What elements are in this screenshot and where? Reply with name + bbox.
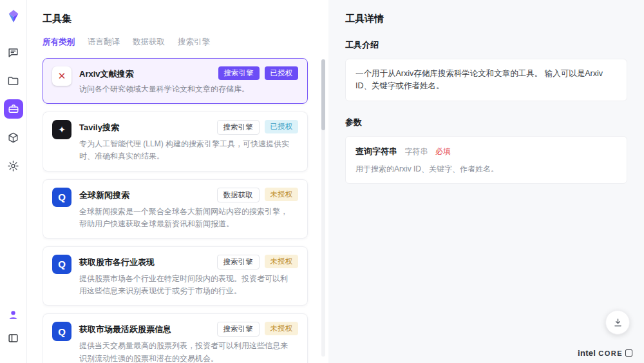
tool-card-global-news[interactable]: Q 全球新闻搜索 数据获取 未授权 全球新闻搜索是一个聚合全球各大新闻网站内容的…	[43, 179, 308, 239]
tavily-icon-glyph: ✦	[58, 124, 66, 135]
category-tabs: 所有类别 语言翻译 数据获取 搜索引擎	[43, 37, 312, 48]
list-scrollbar-thumb[interactable]	[321, 59, 325, 130]
settings-gear-icon[interactable]	[4, 156, 23, 175]
param-desc: 用于搜索的Arxiv ID、关键字、作者姓名。	[355, 163, 617, 175]
tool-desc: 专为人工智能代理 (LLM) 构建的搜索引擎工具，可快速提供实时、准确和真实的结…	[79, 138, 292, 162]
category-badge: 搜索引擎	[217, 255, 260, 270]
category-badge: 数据获取	[217, 188, 260, 202]
tool-top: 获取市场最活跃股票信息 搜索引擎 未授权	[79, 322, 298, 337]
chat-icon[interactable]	[4, 43, 23, 62]
tool-card-arxiv[interactable]: ✕ Arxiv文献搜索 搜索引擎 已授权 访问各个研究领域大量科学论文和文章的存…	[43, 58, 308, 104]
tool-card-active-stocks[interactable]: Q 获取市场最活跃股票信息 搜索引擎 未授权 提供当天交易量最高的股票列表，投资…	[43, 313, 308, 363]
download-button[interactable]	[605, 310, 630, 335]
param-name: 查询字符串	[355, 146, 397, 156]
tool-body: 全球新闻搜索 数据获取 未授权 全球新闻搜索是一个聚合全球各大新闻网站内容的搜索…	[79, 188, 298, 230]
tool-detail-panel: 工具详情 工具介绍 一个用于从Arxiv存储库搜索科学论文和文章的工具。 输入可…	[328, 0, 644, 363]
tool-card-tavily[interactable]: ✦ Tavily搜索 搜索引擎 已授权 专为人工智能代理 (LLM) 构建的搜索…	[43, 112, 308, 171]
tool-list: ✕ Arxiv文献搜索 搜索引擎 已授权 访问各个研究领域大量科学论文和文章的存…	[43, 57, 312, 363]
tool-name: Tavily搜索	[79, 120, 212, 133]
auth-badge[interactable]: 已授权	[265, 120, 299, 133]
intel-wordmark: intel	[578, 348, 596, 358]
tool-desc: 全球新闻搜索是一个聚合全球各大新闻网站内容的搜索引擎，帮助用户快速获取全球最新资…	[79, 206, 292, 230]
news-icon-glyph: Q	[58, 326, 66, 337]
folder-icon[interactable]	[4, 71, 23, 90]
param-required-flag: 必填	[435, 147, 451, 156]
tool-desc: 提供股票市场各个行业在特定时间段内的表现。投资者可以利用这些信息来识别表现优于或…	[79, 273, 292, 297]
arxiv-icon: ✕	[52, 66, 71, 86]
params-section-title: 参数	[345, 117, 627, 128]
news-q-icon: Q	[52, 188, 71, 207]
auth-badge[interactable]: 已授权	[265, 66, 299, 80]
tab-all-categories[interactable]: 所有类别	[43, 37, 75, 48]
news-icon-glyph: Q	[58, 191, 66, 202]
panel-title: 工具集	[43, 13, 312, 25]
user-icon[interactable]	[4, 305, 23, 324]
auth-badge[interactable]: 未授权	[265, 255, 299, 268]
news-icon-glyph: Q	[58, 259, 66, 270]
intel-core-logo: intel CORE	[578, 348, 632, 358]
auth-badge[interactable]: 未授权	[265, 188, 299, 201]
intro-text: 一个用于从Arxiv存储库搜索科学论文和文章的工具。 输入可以是Arxiv ID…	[355, 69, 603, 90]
tavily-spark-icon: ✦	[52, 120, 71, 139]
detail-title: 工具详情	[345, 13, 627, 25]
arxiv-icon-glyph: ✕	[58, 70, 66, 82]
tool-desc: 访问各个研究领域大量科学论文和文章的存储库。	[79, 83, 292, 95]
left-rail	[0, 0, 27, 363]
tool-list-panel: 工具集 所有类别 语言翻译 数据获取 搜索引擎 ✕ Arxiv文献搜索 搜索引擎…	[27, 0, 328, 363]
tool-name: 获取股市各行业表现	[79, 255, 212, 268]
intro-section-title: 工具介绍	[345, 39, 627, 51]
tool-card-sector-performance[interactable]: Q 获取股市各行业表现 搜索引擎 未授权 提供股票市场各个行业在特定时间段内的表…	[43, 246, 308, 306]
category-badge[interactable]: 搜索引擎	[218, 66, 260, 80]
tool-name: 获取市场最活跃股票信息	[79, 322, 212, 335]
tool-name: 全球新闻搜索	[79, 188, 212, 201]
tool-top: 获取股市各行业表现 搜索引擎 未授权	[79, 255, 298, 270]
category-badge: 搜索引擎	[217, 322, 260, 337]
tab-data-fetch[interactable]: 数据获取	[133, 37, 165, 48]
tool-desc: 提供当天交易量最高的股票列表，投资者可以利用这些信息来识别流动性强的股票和潜在的…	[79, 340, 292, 363]
tab-language-translation[interactable]: 语言翻译	[88, 37, 120, 48]
tool-top: Tavily搜索 搜索引擎 已授权	[79, 120, 298, 135]
app-logo-icon[interactable]	[6, 9, 21, 23]
tool-body: Arxiv文献搜索 搜索引擎 已授权 访问各个研究领域大量科学论文和文章的存储库…	[79, 66, 298, 95]
news-q-icon: Q	[52, 322, 71, 341]
cube-icon[interactable]	[4, 128, 23, 147]
tool-top: 全球新闻搜索 数据获取 未授权	[79, 188, 298, 202]
list-scrollbar	[321, 59, 325, 357]
param-card: 查询字符串 字符串 必填 用于搜索的Arxiv ID、关键字、作者姓名。	[345, 136, 627, 184]
param-header: 查询字符串 字符串 必填	[355, 145, 617, 158]
category-badge: 搜索引擎	[217, 120, 260, 135]
toolbox-icon[interactable]	[4, 99, 23, 119]
sidebar-toggle-icon[interactable]	[4, 328, 23, 348]
tool-name: Arxiv文献搜索	[79, 66, 213, 80]
intro-card: 一个用于从Arxiv存储库搜索科学论文和文章的工具。 输入可以是Arxiv ID…	[345, 59, 627, 101]
tool-body: Tavily搜索 搜索引擎 已授权 专为人工智能代理 (LLM) 构建的搜索引擎…	[79, 120, 298, 162]
tool-body: 获取市场最活跃股票信息 搜索引擎 未授权 提供当天交易量最高的股票列表，投资者可…	[79, 322, 298, 363]
news-q-icon: Q	[52, 255, 71, 274]
tool-body: 获取股市各行业表现 搜索引擎 未授权 提供股票市场各个行业在特定时间段内的表现。…	[79, 255, 298, 297]
auth-badge[interactable]: 未授权	[265, 322, 299, 335]
core-wordmark: CORE	[598, 349, 623, 357]
param-type: 字符串	[404, 147, 428, 156]
tool-top: Arxiv文献搜索 搜索引擎 已授权	[79, 66, 298, 80]
download-icon	[612, 317, 623, 328]
intel-logo-box	[625, 349, 632, 357]
tab-search-engine[interactable]: 搜索引擎	[178, 37, 210, 48]
